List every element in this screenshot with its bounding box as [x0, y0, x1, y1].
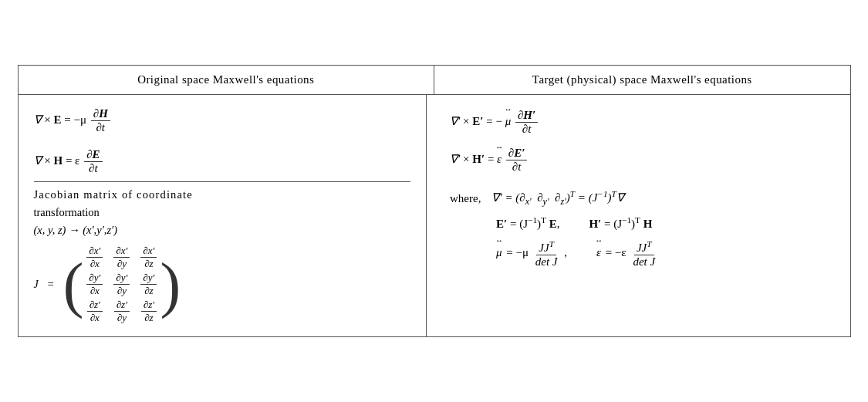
equals2-symbol: = ε — [66, 154, 80, 167]
E-prime: E′ — [472, 115, 483, 127]
right-header: Target (physical) space Maxwell's equati… — [434, 66, 850, 94]
eq2-right-group: ∇′ × H′ = ε ∂E′ ∂t — [450, 145, 827, 174]
eps-tilde: ε — [497, 145, 502, 166]
H-prime-def: H′ = (J−1)T H — [589, 215, 652, 231]
mu-eps-def-line: μ = −μ JJT det J , ε = −ε JJT det J — [496, 238, 827, 269]
eq1-right-group: ∇′ × E′ = − μ ∂H′ ∂t — [450, 107, 827, 136]
right-column: ∇′ × E′ = − μ ∂H′ ∂t ∇′ × H′ = ε ∂E′ — [427, 95, 850, 336]
eq-r1: = − — [486, 115, 502, 127]
left-header: Original space Maxwell's equations — [19, 66, 435, 94]
E-prime-def: E′ = (J−1)T E, — [496, 215, 559, 231]
nabla-prime-def: ∇′ = (∂x′ ∂y′ ∂z′)T = (J−1)T∇ — [491, 189, 623, 208]
partial-Eprime-t: ∂E′ ∂t — [506, 147, 528, 174]
jacobian-label: Jacobian matrix of coordinate — [34, 188, 411, 201]
E-symbol: E — [53, 113, 61, 126]
partial-H-partial-t: ∂H ∂t — [91, 107, 110, 134]
cross2-symbol: × — [44, 154, 53, 167]
m31: ∂z′ ∂x — [85, 299, 104, 324]
body-row: ∇ × E = −μ ∂H ∂t ∇ × H = ε ∂E ∂t — [19, 95, 850, 336]
main-table: Original space Maxwell's equations Targe… — [18, 65, 851, 337]
cross-symbol: × — [44, 113, 53, 126]
m12: ∂x′ ∂y — [112, 245, 131, 270]
eq1-left: ∇ × E = −μ ∂H ∂t — [34, 107, 411, 134]
equals-symbol: = −μ — [64, 113, 86, 126]
jacobian-label2: transformation — [34, 206, 411, 219]
matrix-grid: ∂x′ ∂x ∂x′ ∂y ∂x′ — [85, 245, 158, 324]
left-paren: ( — [63, 258, 84, 311]
m23: ∂y′ ∂z — [139, 272, 158, 297]
H-prime: H′ — [472, 153, 485, 165]
nabla2-symbol: ∇ — [34, 154, 42, 167]
left-column: ∇ × E = −μ ∂H ∂t ∇ × H = ε ∂E ∂t — [19, 95, 427, 336]
J-label: J — [34, 279, 39, 291]
H-symbol: H — [53, 154, 62, 167]
where-block: where, ∇′ = (∂x′ ∂y′ ∂z′)T = (J−1)T∇ E′ … — [450, 189, 827, 269]
nabla-prime-2: ∇′ — [450, 153, 460, 165]
divider — [34, 181, 411, 182]
eq2-left: ∇ × H = ε ∂E ∂t — [34, 148, 411, 175]
nabla-symbol: ∇ — [34, 113, 42, 126]
right-paren: ) — [160, 258, 181, 311]
m32: ∂z′ ∂y — [112, 299, 131, 324]
eq-r2: = — [488, 153, 497, 165]
m13: ∂x′ ∂z — [139, 245, 158, 270]
EH-prime-def-line: E′ = (J−1)T E, H′ = (J−1)T H — [496, 215, 827, 231]
m21: ∂y′ ∂x — [85, 272, 104, 297]
cross-r1: × — [463, 115, 472, 127]
m33: ∂z′ ∂z — [139, 299, 158, 324]
where-label: where, — [450, 192, 481, 205]
m11: ∂x′ ∂x — [85, 245, 104, 270]
eps-tilde-def: ε = −ε JJT det J — [596, 238, 659, 269]
partial-E-partial-t: ∂E ∂t — [84, 148, 102, 175]
mu-tilde: μ — [505, 107, 512, 128]
transform-text: (x, y, z) → (x′,y′,z′) — [34, 224, 411, 237]
cross-r2: × — [463, 153, 472, 165]
equals-matrix: = — [48, 279, 54, 291]
matrix-brackets: ( ∂x′ ∂x ∂x′ ∂y — [63, 245, 181, 324]
header-row: Original space Maxwell's equations Targe… — [19, 66, 850, 95]
where-nabla-line: where, ∇′ = (∂x′ ∂y′ ∂z′)T = (J−1)T∇ — [450, 189, 827, 208]
mu-tilde-def: μ = −μ JJT det J , — [496, 238, 567, 269]
partial-Hprime-t: ∂H′ ∂t — [515, 109, 538, 136]
jacobian-matrix-eq: J = ( ∂x′ ∂x ∂x′ — [34, 245, 411, 324]
m22: ∂y′ ∂y — [112, 272, 131, 297]
nabla-prime-1: ∇′ — [450, 115, 460, 127]
